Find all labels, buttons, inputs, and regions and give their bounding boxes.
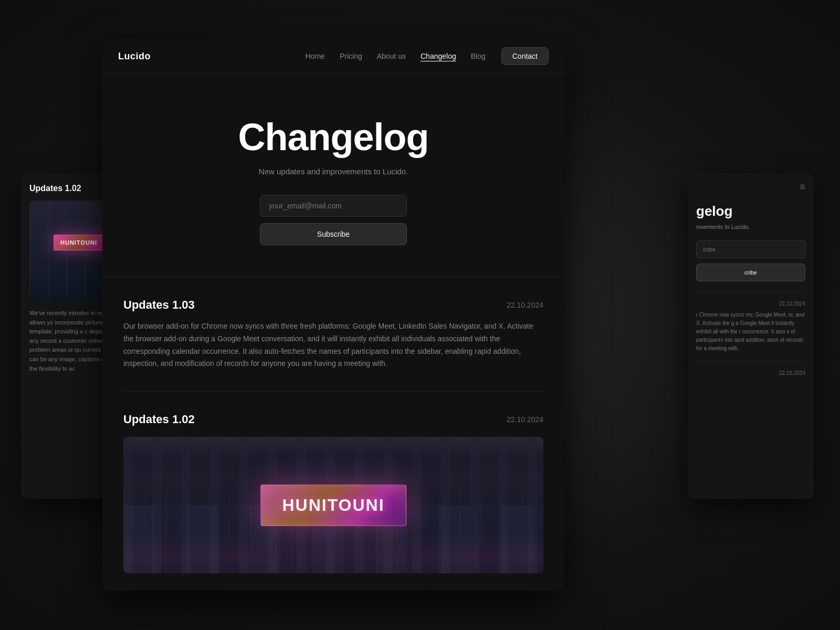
update-entry-103: Updates 1.03 22.10.2024 Our browser add-… [123, 277, 543, 392]
nav-changelog[interactable]: Changelog [421, 52, 456, 60]
hero-title: Changelog [123, 116, 543, 159]
right-subscribe-button[interactable]: cribe [696, 264, 805, 281]
subscribe-button[interactable]: Subscribe [260, 223, 407, 245]
update-date-103: 22.10.2024 [507, 301, 543, 309]
hunitouni-sign-small: HUNITOUNI [54, 235, 104, 250]
right-divider [696, 292, 805, 292]
nav-home[interactable]: Home [306, 52, 325, 60]
nav-pricing[interactable]: Pricing [340, 52, 362, 60]
right-background-window: ≡ gelog rovements to Lucido. cribe 22.10… [688, 173, 814, 499]
right-title: gelog [696, 203, 805, 219]
main-window: Lucido Home Pricing About us Changelog B… [102, 39, 564, 591]
hunitouni-large-image: HUNITOUNI [123, 437, 543, 573]
right-window-content: ≡ gelog rovements to Lucido. cribe 22.10… [688, 173, 814, 388]
changelog-content: Updates 1.03 22.10.2024 Our browser add-… [102, 277, 564, 591]
right-email-input[interactable] [696, 240, 805, 258]
nav-links: Home Pricing About us Changelog Blog [306, 52, 486, 60]
hero-section: Changelog New updates and improvements t… [102, 74, 564, 277]
floor-reflection [123, 532, 543, 573]
update-image-102: HUNITOUNI [123, 437, 543, 573]
right-date-2: 22.10.2024 [696, 370, 805, 376]
update-title-103: Updates 1.03 [123, 298, 195, 312]
right-divider-2 [696, 361, 805, 362]
email-input[interactable] [260, 195, 407, 217]
hunitouni-main-sign: HUNITOUNI [260, 485, 406, 526]
update-title-102: Updates 1.02 [123, 413, 195, 426]
update-text-103: Our browser add-on for Chrome now syncs … [123, 320, 543, 370]
right-subtitle: rovements to Lucido. [696, 224, 805, 230]
navbar: Lucido Home Pricing About us Changelog B… [102, 39, 564, 74]
hero-subtitle: New updates and improvements to Lucido. [123, 167, 543, 176]
update-date-102: 22.10.2024 [507, 415, 543, 424]
right-date-1: 22.10.2024 [696, 301, 805, 307]
nav-blog[interactable]: Blog [471, 52, 486, 60]
nav-about[interactable]: About us [377, 52, 406, 60]
contact-button[interactable]: Contact [501, 47, 549, 65]
update-header-103: Updates 1.03 22.10.2024 [123, 298, 543, 312]
update-entry-102: Updates 1.02 22.10.2024 HUNITOUNI [123, 392, 543, 591]
update-header-102: Updates 1.02 22.10.2024 [123, 413, 543, 426]
menu-icon: ≡ [696, 182, 805, 193]
right-text-1: r Chrome now syncs ms: Google Meet, or, … [696, 311, 805, 353]
nav-logo: Lucido [118, 51, 151, 62]
